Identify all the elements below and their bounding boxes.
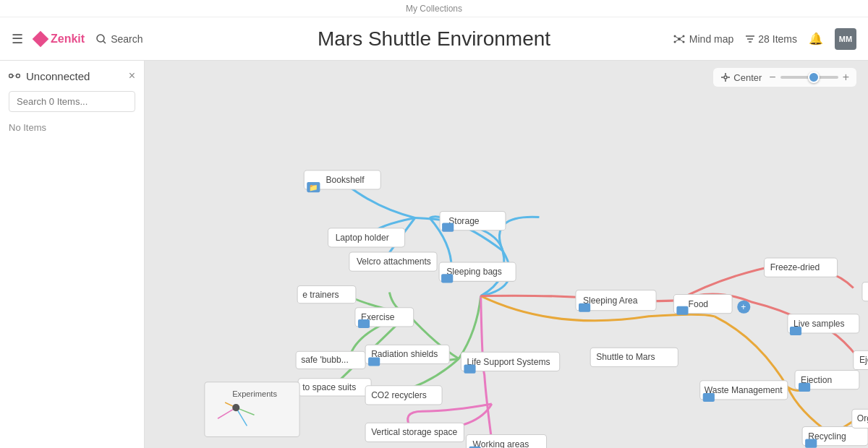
svg-line-8 <box>675 39 679 42</box>
svg-rect-30 <box>441 274 453 283</box>
svg-point-68 <box>232 404 239 411</box>
sidebar: Unconnected × No Items <box>0 61 145 448</box>
zoom-in-icon[interactable]: + <box>843 71 849 84</box>
working-areas-node[interactable]: Working areas <box>473 439 529 448</box>
exercise-trainers-node[interactable]: e trainers <box>302 290 339 300</box>
svg-point-14 <box>9 74 13 78</box>
search-icon <box>96 34 106 44</box>
space-suits-node[interactable]: to space suits <box>302 382 356 392</box>
radiation-shields-node[interactable]: Radiation shields <box>371 349 438 359</box>
center-icon <box>720 72 731 82</box>
items-count-label: 28 Items <box>758 33 797 45</box>
no-items-label: No Items <box>9 119 135 136</box>
avatar[interactable]: MM <box>835 28 856 50</box>
mindmap-button[interactable]: Mind map <box>673 33 733 45</box>
mindmap-canvas: Center − + <box>145 61 868 448</box>
brand-diamond-icon <box>33 30 49 47</box>
brand-name: Zenkit <box>51 33 85 46</box>
svg-point-17 <box>724 76 727 79</box>
close-icon[interactable]: × <box>129 69 135 82</box>
center-button[interactable]: Center <box>720 72 762 83</box>
waste-management-node[interactable]: Waste Management <box>705 385 783 395</box>
experiments-label[interactable]: Experiments <box>232 389 277 398</box>
sidebar-search-input[interactable] <box>9 91 135 112</box>
svg-rect-26 <box>442 223 454 232</box>
hamburger-icon[interactable]: ☰ <box>12 31 23 47</box>
search-label: Search <box>111 33 142 45</box>
life-support-node[interactable]: Life Support Systems <box>467 357 550 367</box>
safe-bubb-node[interactable]: safe 'bubb... <box>301 356 349 366</box>
svg-line-1 <box>103 41 106 43</box>
laptop-holder-node[interactable]: Laptop holder <box>336 233 389 243</box>
shuttle-to-mars-node[interactable]: Shuttle to Mars <box>596 352 655 362</box>
freeze-dried-node[interactable]: Freeze-dried <box>770 262 820 272</box>
eject-non-organic-node[interactable]: Eject non-organic w... <box>859 356 868 366</box>
svg-rect-35 <box>358 319 370 328</box>
mindmap-icon <box>673 33 685 45</box>
svg-rect-48 <box>676 306 688 315</box>
svg-rect-57 <box>703 393 715 402</box>
svg-line-7 <box>675 36 679 39</box>
svg-rect-59 <box>799 383 810 392</box>
svg-rect-42 <box>464 365 475 374</box>
notifications-icon[interactable]: 🔔 <box>809 32 823 46</box>
items-count[interactable]: 28 Items <box>745 33 797 45</box>
svg-point-15 <box>17 74 20 78</box>
svg-line-9 <box>679 36 684 39</box>
bookshelf-node[interactable]: Bookshelf <box>326 175 365 185</box>
organic-waste-node[interactable]: Organic waste to us... <box>857 413 868 423</box>
canvas-toolbar: Center − + <box>713 68 856 87</box>
center-label: Center <box>733 72 762 83</box>
sleeping-bags-node[interactable]: Sleeping bags <box>446 267 502 277</box>
zoom-slider[interactable] <box>780 76 838 79</box>
svg-rect-32 <box>579 303 590 312</box>
zoom-controls: − + <box>769 71 849 84</box>
svg-rect-61 <box>805 439 817 448</box>
filter-icon <box>745 34 755 44</box>
svg-line-10 <box>679 39 684 42</box>
brand-logo: Zenkit <box>35 33 85 46</box>
vertical-storage-node[interactable]: Vertical storage space <box>371 428 457 438</box>
mindmap-svg: Bookshelf 📁 Storage Laptop holder Velcro… <box>145 61 868 448</box>
svg-rect-54 <box>790 327 801 335</box>
breadcrumb: My Collections <box>406 4 462 14</box>
zoom-out-icon[interactable]: − <box>769 71 775 84</box>
velcro-attachments-node[interactable]: Velcro attachments <box>357 257 431 267</box>
svg-point-0 <box>97 35 104 42</box>
unconnected-icon <box>9 70 20 82</box>
svg-text:📁: 📁 <box>309 183 318 192</box>
sidebar-title: Unconnected <box>26 70 90 82</box>
svg-text:+: + <box>741 302 746 312</box>
sleeping-area-node[interactable]: Sleeping Area <box>583 296 638 306</box>
mindmap-label: Mind map <box>689 33 733 45</box>
search-button[interactable]: Search <box>96 33 142 45</box>
page-title: Mars Shuttle Environment <box>318 27 550 51</box>
food-node[interactable]: Food <box>689 299 709 309</box>
svg-rect-52 <box>862 282 868 301</box>
co2-recyclers-node[interactable]: CO2 recyclers <box>371 390 427 400</box>
svg-rect-39 <box>368 357 380 366</box>
